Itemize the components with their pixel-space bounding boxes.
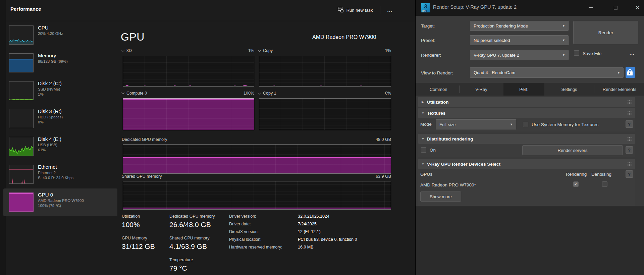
gpu-page-title: GPU (121, 31, 145, 43)
rollout-distributed-rendering[interactable]: ▼ Distributed rendering (418, 134, 635, 144)
stat-value: 4.1/63.9 GB (169, 242, 207, 251)
sidebar-item-title: Disk 3 (R:) (38, 108, 63, 115)
performance-sidebar: CPU 20% 4.20 GHz Memory 88/128 GB (69%) (3, 21, 117, 216)
lock-view-button[interactable] (626, 67, 635, 78)
save-file-checkbox[interactable] (574, 50, 579, 56)
dialog-title: Render Setup: V-Ray GPU 7, update 2 (433, 4, 517, 10)
render-button[interactable]: Render (573, 21, 638, 44)
chevron-down-icon (258, 49, 261, 52)
devices-help-button[interactable]: ? (626, 170, 633, 178)
chart-header-compute0[interactable]: Compute 0 (122, 91, 147, 96)
dropdown-arrow-icon: ▼ (562, 24, 565, 28)
chart-label: Shared GPU memory (122, 174, 162, 179)
view-to-render-label: View to Render: (421, 70, 453, 75)
renderer-dropdown[interactable]: V-Ray GPU 7, update 2 ▼ (470, 50, 569, 60)
detail-value: 32.0.21025.1024 (298, 214, 329, 219)
sidebar-item-title: CPU (38, 24, 63, 31)
drag-grip-icon[interactable] (627, 100, 632, 104)
header-divider (6, 21, 415, 21)
ethernet-mini-chart (9, 165, 34, 184)
expanded-arrow-icon: ▼ (422, 112, 426, 115)
sidebar-item-value: 0% (38, 120, 63, 125)
chart-label: Copy 1 (263, 91, 276, 96)
rollout-textures[interactable]: ▼ Textures (418, 108, 635, 118)
sidebar-item-disk2[interactable]: Disk 2 (C:) SSD (NVMe) 1% (3, 77, 117, 105)
detail-value: 12 (FL 12.1) (298, 229, 321, 234)
view-to-render-dropdown[interactable]: Quad 4 - RenderCam ▼ (470, 67, 624, 78)
rendering-checkbox[interactable]: ✓ (573, 181, 579, 187)
dialog-title-bar[interactable]: 3MAX Render Setup: V-Ray GPU 7, update 2… (416, 0, 644, 16)
tab-render-elements[interactable]: Render Elements (595, 83, 644, 96)
memory-mini-chart (9, 53, 34, 72)
distributed-help-button[interactable]: ? (626, 146, 633, 154)
texture-mode-dropdown[interactable]: Full-size ▼ (436, 119, 516, 129)
run-new-task-icon (338, 7, 343, 13)
minimize-button[interactable] (584, 3, 597, 13)
disk3-mini-chart (9, 109, 34, 128)
chart-header-dedicated-memory: Dedicated GPU memory (122, 137, 167, 142)
chart-dedicated-memory (123, 144, 391, 174)
view-to-render-value: Quad 4 - RenderCam (474, 70, 515, 75)
stat-value: 79 °C (169, 264, 187, 272)
task-manager-toolbar: Run new task ... (334, 4, 396, 16)
drag-grip-icon[interactable] (627, 137, 632, 141)
chart-value-copy1: 0% (371, 91, 391, 96)
gpu-render-devices-body: GPUs Rendering Denoising ? AMD Radeon PR… (418, 169, 635, 206)
rollout-gpu-render-devices[interactable]: ▼ V-Ray GPU Render Devices Select (418, 159, 635, 169)
drag-grip-icon[interactable] (627, 111, 632, 115)
close-button[interactable]: ✕ (631, 3, 644, 13)
chart-header-shared-memory: Shared GPU memory (122, 174, 162, 179)
collapsed-arrow-icon: ▶ (422, 100, 426, 104)
chart-compute0 (123, 98, 254, 130)
preset-dropdown[interactable]: No preset selected ▼ (470, 35, 569, 45)
sidebar-item-cpu[interactable]: CPU 20% 4.20 GHz (3, 21, 117, 49)
chart-3d (123, 56, 254, 87)
sidebar-item-disk3[interactable]: Disk 3 (R:) HDD (Spaces) 0% (3, 105, 117, 133)
preset-value: No preset selected (474, 38, 510, 43)
sidebar-item-memory[interactable]: Memory 88/128 GB (69%) (3, 49, 117, 77)
chart-header-copy1[interactable]: Copy 1 (258, 91, 276, 96)
detail-label: Driver date: (229, 222, 251, 226)
textures-help-button[interactable]: ? (626, 120, 633, 128)
rollout-utilization[interactable]: ▶ Utilization (418, 97, 635, 107)
run-new-task-label: Run new task (346, 8, 373, 13)
chart-max-dedicated-memory: 48.0 GB (368, 137, 391, 142)
more-options-button[interactable]: ... (384, 6, 396, 14)
renderer-value: V-Ray GPU 7, update 2 (474, 53, 519, 58)
show-more-button[interactable]: Show more (420, 191, 461, 202)
sidebar-item-ethernet[interactable]: Ethernet Ethernet 2 S: 40.0 R: 24.0 Kbps (3, 161, 117, 188)
gpu-device-name: AMD Radeon PRO W7900 (312, 34, 376, 40)
renderer-label: Renderer: (421, 53, 441, 58)
target-value: Production Rendering Mode (474, 23, 528, 29)
tab-settings[interactable]: Settings (545, 83, 593, 96)
render-setup-window: 3MAX Render Setup: V-Ray GPU 7, update 2… (415, 0, 644, 275)
maximize-button[interactable] (609, 3, 622, 13)
chart-copy1 (259, 98, 391, 130)
sidebar-item-disk4[interactable]: Disk 4 (E:) USB (USB) 61% (3, 133, 117, 161)
render-servers-button[interactable]: Render servers (522, 145, 623, 155)
sidebar-item-title: GPU 0 (38, 191, 84, 198)
tab-common[interactable]: Common (418, 83, 459, 96)
textures-body: Mode Full-size ▼ Use System Memory for T… (418, 118, 635, 131)
sidebar-item-subtitle: HDD (Spaces) (38, 115, 63, 120)
chart-header-copy[interactable]: Copy (258, 48, 273, 53)
target-dropdown[interactable]: Production Rendering Mode ▼ (470, 21, 569, 31)
chart-header-3d[interactable]: 3D (122, 48, 132, 53)
use-system-memory-checkbox[interactable] (523, 122, 528, 127)
drag-grip-icon[interactable] (627, 162, 632, 166)
tab-vray[interactable]: V-Ray (460, 83, 503, 96)
denoising-checkbox[interactable] (602, 181, 607, 187)
distributed-on-checkbox[interactable] (421, 147, 426, 153)
sidebar-item-gpu0[interactable]: GPU 0 AMD Radeon PRO W7900 100% (79 °C) (3, 188, 117, 216)
chart-label: Copy (263, 48, 273, 53)
stat-value: 26.6/48.0 GB (169, 221, 211, 229)
sidebar-item-subtitle: USB (USB) (38, 143, 61, 148)
chart-label: Compute 0 (126, 91, 147, 96)
tab-perf[interactable]: Perf. (503, 83, 544, 96)
distributed-rendering-body: On Render servers ? (418, 144, 635, 157)
browse-button[interactable]: ... (630, 50, 635, 56)
render-setup-tabs: Common V-Ray Perf. Settings Render Eleme… (416, 83, 644, 96)
dropdown-arrow-icon: ▼ (617, 71, 620, 74)
3ds-max-icon: 3MAX (421, 3, 430, 12)
run-new-task-button[interactable]: Run new task (334, 4, 377, 16)
